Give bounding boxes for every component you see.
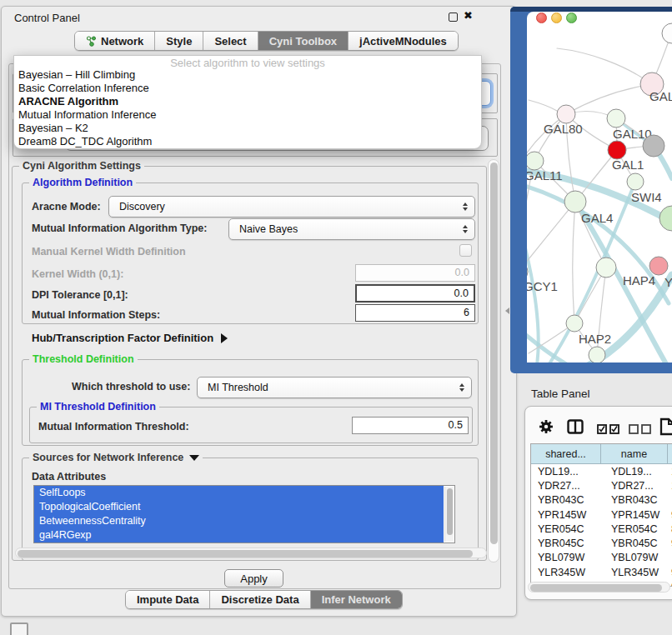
- network-node[interactable]: [659, 206, 672, 231]
- table-row[interactable]: YER054CYER054C8.: [531, 522, 672, 536]
- close-icon[interactable]: ✖: [464, 9, 473, 22]
- which-threshold-combobox[interactable]: MI Threshold: [197, 377, 472, 398]
- panel-divider-handle[interactable]: [505, 308, 509, 314]
- list-item-topologicalcoefficient[interactable]: TopologicalCoefficient: [34, 500, 444, 514]
- minimized-panel-icon[interactable]: [10, 622, 28, 635]
- network-node[interactable]: [608, 141, 626, 159]
- table-row[interactable]: YDL19...YDL19...13: [531, 464, 672, 478]
- dpi-tolerance-field[interactable]: 0.0: [355, 284, 475, 302]
- network-edge[interactable]: [573, 202, 575, 323]
- tab-select[interactable]: Select: [203, 32, 258, 50]
- table-cell: YLR345W: [601, 567, 668, 578]
- column-header-shared-name[interactable]: shared...: [531, 444, 601, 464]
- table-row[interactable]: YBR045CYBR045C9.: [531, 536, 672, 550]
- tab-network[interactable]: Network: [75, 32, 155, 50]
- network-node-label: SWI4: [631, 190, 662, 204]
- deselect-all-checkboxes-icon[interactable]: [629, 422, 651, 438]
- tab-infer-network[interactable]: Infer Network: [311, 591, 402, 608]
- menu-item-mutual-information[interactable]: Mutual Information Inference: [14, 108, 481, 122]
- threshold-definition-title: Threshold Definition: [29, 353, 138, 365]
- menu-item-basic-correlation[interactable]: Basic Correlation Inference: [14, 82, 481, 95]
- table-cell: YDL19...: [531, 466, 601, 478]
- mi-steps-field[interactable]: 6: [355, 304, 475, 322]
- control-panel-tabstrip: Network Style Select Cyni Toolbox jActiv…: [74, 31, 459, 51]
- table-row[interactable]: YPR145WYPR145W9.: [531, 508, 672, 522]
- dpi-tolerance-label: DPI Tolerance [0,1]:: [32, 289, 128, 301]
- table-hscrollbar-thumb[interactable]: [530, 584, 662, 592]
- settings-scrollbar-thumb[interactable]: [490, 162, 498, 544]
- tab-style-label: Style: [166, 35, 192, 48]
- settings-scrollbar[interactable]: [488, 159, 499, 562]
- list-item-selfloops[interactable]: SelfLoops: [34, 486, 444, 500]
- mi-algorithm-type-combobox[interactable]: Naive Bayes: [228, 218, 475, 240]
- tab-impute-data[interactable]: Impute Data: [126, 591, 210, 608]
- network-node[interactable]: [557, 105, 575, 123]
- sources-title-label: Sources for Network Inference: [33, 452, 183, 463]
- tab-style[interactable]: Style: [155, 32, 203, 50]
- table-row[interactable]: YDR27...YDR27...12: [531, 478, 672, 492]
- table-row[interactable]: YLR345WYLR345W9.: [531, 565, 672, 579]
- network-edge[interactable]: [566, 84, 652, 114]
- apply-button[interactable]: Apply: [224, 569, 283, 588]
- select-all-checkboxes-icon[interactable]: [597, 422, 619, 438]
- network-node[interactable]: [662, 23, 672, 43]
- table-cell: YBR043C: [601, 494, 668, 506]
- tab-cyni-toolbox-label: Cyni Toolbox: [269, 35, 337, 48]
- cyni-algorithm-settings-title: Cyni Algorithm Settings: [19, 160, 144, 172]
- table-cell: YBL079W: [601, 552, 668, 563]
- tab-cyni-toolbox[interactable]: Cyni Toolbox: [258, 32, 349, 50]
- tab-jactivemnodules[interactable]: jActiveMNodules: [349, 32, 458, 50]
- network-node[interactable]: [627, 173, 644, 190]
- attributes-list-scrollbar[interactable]: [444, 487, 454, 542]
- sources-group-title[interactable]: Sources for Network Inference: [29, 452, 203, 463]
- new-table-icon[interactable]: [659, 418, 672, 439]
- network-edge[interactable]: [557, 48, 652, 84]
- network-node-label: GCY1: [527, 279, 558, 293]
- network-edge[interactable]: [529, 100, 557, 111]
- menu-item-bayesian-k2[interactable]: Bayesian – K2: [14, 122, 481, 135]
- settings-hscrollbar-thumb[interactable]: [18, 550, 473, 558]
- network-node[interactable]: [649, 257, 668, 275]
- network-node[interactable]: [607, 109, 625, 128]
- kernel-width-field[interactable]: 0.0: [355, 264, 475, 282]
- settings-hscrollbar[interactable]: [15, 548, 487, 558]
- network-edge[interactable]: [527, 202, 575, 272]
- column-header-name[interactable]: name: [601, 444, 668, 464]
- tab-discretize-data[interactable]: Discretize Data: [210, 591, 310, 608]
- menu-item-aracne[interactable]: ARACNE Algorithm: [14, 95, 481, 108]
- attributes-list-scrollbar-thumb[interactable]: [447, 488, 453, 535]
- list-item-gal4rgexp[interactable]: gal4RGexp: [34, 528, 444, 542]
- table-row[interactable]: YBL079WYBL079W: [531, 551, 672, 565]
- menu-item-bayesian-hill-climbing[interactable]: Bayesian – Hill Climbing: [14, 68, 481, 82]
- settings-gear-icon[interactable]: [539, 419, 554, 438]
- hub-transcription-section-toggle[interactable]: Hub/Transcription Factor Definition: [32, 332, 228, 344]
- column-header-partial[interactable]: [668, 444, 672, 464]
- network-node[interactable]: [589, 347, 605, 362]
- list-item-betweennesscentrality[interactable]: BetweennessCentrality: [34, 514, 444, 528]
- collapse-down-icon: [189, 455, 199, 461]
- table-cell: YDR27...: [601, 480, 668, 492]
- data-attributes-list[interactable]: SelfLoops TopologicalCoefficient Between…: [33, 485, 455, 543]
- table-cell: 8.: [668, 523, 672, 535]
- table-row[interactable]: YBR043CYBR043C: [531, 493, 672, 508]
- network-node-label: HAP2: [579, 332, 611, 346]
- aracne-mode-combobox[interactable]: Discovery: [108, 196, 475, 218]
- menu-item-dream8[interactable]: Dream8 DC_TDC Algorithm: [14, 135, 481, 148]
- table-cell: YPR145W: [601, 509, 668, 521]
- table-hscrollbar[interactable]: [528, 582, 670, 592]
- network-node[interactable]: [566, 315, 583, 332]
- network-node[interactable]: [643, 135, 664, 157]
- manual-kernel-width-checkbox[interactable]: [459, 244, 472, 257]
- mutual-information-threshold-field[interactable]: 0.5: [352, 417, 469, 434]
- network-node[interactable]: [596, 258, 616, 278]
- network-node[interactable]: [527, 152, 544, 170]
- tab-impute-data-label: Impute Data: [137, 593, 198, 606]
- mi-steps-label: Mutual Information Steps:: [32, 309, 160, 321]
- network-node[interactable]: [564, 191, 586, 212]
- kernel-width-label: Kernel Width (0,1):: [32, 268, 123, 280]
- control-panel-title: Control Panel: [14, 12, 80, 24]
- stepper-arrows-icon: [463, 202, 468, 211]
- float-window-icon[interactable]: [449, 12, 458, 22]
- tab-select-label: Select: [214, 35, 246, 48]
- split-columns-icon[interactable]: [567, 419, 584, 438]
